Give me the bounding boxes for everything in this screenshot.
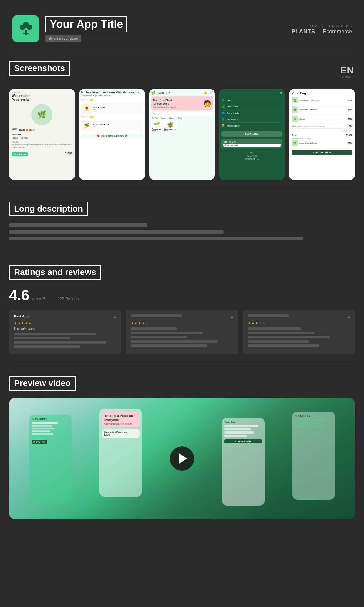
s2-p1-img: 🌻 <box>82 104 91 113</box>
star-2: ★ <box>134 321 137 325</box>
s4-get-dirt-btn[interactable]: Get The Dirt. <box>221 131 282 137</box>
s4-email-input[interactable]: Enter your Email <box>223 144 281 147</box>
review-3-line-0 <box>248 327 301 330</box>
star-4: ★ <box>25 321 28 325</box>
s5-saved-price: $600 <box>348 142 352 144</box>
s2-p1-name: Croton Petra <box>93 106 105 108</box>
review-3-title-placeholder <box>248 314 289 317</box>
s3-p2[interactable]: 🪴 Watermelon... $200 <box>163 120 177 133</box>
s5-saved-img: 🌿 <box>292 140 298 146</box>
s5-item3-price: $260 <box>348 118 352 120</box>
s1-tag: Air Purifier <box>12 91 72 93</box>
s5-item2-img: 🪴 <box>292 106 298 113</box>
s1-overview: Overview <box>12 133 72 135</box>
s3-tab3[interactable]: Outdoor <box>168 117 176 119</box>
app-header: Your App Title Short description TAGS | … <box>9 9 355 52</box>
screenshot-2[interactable]: Invite a Friend and earn Plantify reward… <box>79 89 145 180</box>
svg-point-2 <box>27 25 32 30</box>
s3-tab1[interactable]: Top Pick <box>151 117 159 119</box>
review-3-line-3 <box>248 340 309 343</box>
s1-stat2: 35-45% <box>20 137 29 140</box>
star-1: ★ <box>248 321 251 325</box>
s3-search[interactable]: 🔍 Search <box>151 112 213 116</box>
s1-grant: Grant <box>12 128 72 131</box>
s5-checkout-btn[interactable]: Checkout $1090 <box>292 150 352 155</box>
s4-contact[interactable]: CONTACT US <box>221 158 282 161</box>
review-2-line-0 <box>131 327 177 330</box>
review-3-stars: ★ ★ ★ ★ ★ <box>248 321 350 325</box>
s2-product1: 🌻 Croton Petra $200 <box>81 103 143 114</box>
rating-count: 122 Ratings <box>58 297 79 301</box>
s2-p1-price: $200 <box>93 108 105 110</box>
s5-item2: 🪴 Peperomia Obtusifolia $400 <box>292 106 352 114</box>
review-3-menu-icon[interactable]: ≡ <box>348 314 350 319</box>
screenshot-4[interactable]: ✕ 🛒 Shop 🌿 Plant Care 👥 Community 👤 <box>219 89 285 180</box>
s2-p2-img: 🌿 <box>82 121 91 130</box>
review-3-line-1 <box>248 332 314 334</box>
app-short-description[interactable]: Short description <box>46 35 81 42</box>
desc-line-2 <box>9 230 224 234</box>
description-section: Long description <box>9 202 355 253</box>
screenshot-5[interactable]: Your Bag 🌿 Watermelon Peperomia $350 🪴 P… <box>289 89 355 180</box>
s4-my-account[interactable]: 👤 My Account <box>221 116 282 123</box>
star-3: ★ <box>255 321 258 325</box>
review-1-title: Best App <box>14 314 29 318</box>
s1-price: $1090 <box>65 152 72 155</box>
video-container[interactable]: 🌿 PLANTIFY Get The Dirt. There's a Plant… <box>9 398 355 519</box>
screenshots-section: Screenshots EN + 2 MORE Air Purifier Wat… <box>9 61 355 189</box>
swatch-green <box>19 129 22 131</box>
video-phone-4: 🌿 PLANTIFY <box>292 412 335 500</box>
tags-values: PLANTS | Ecommerce <box>292 29 352 35</box>
s5-item1-name: Watermelon Peperomia <box>299 99 346 101</box>
s5-coupon[interactable]: Apply Coupon <box>292 130 352 132</box>
s1-view-btn[interactable]: View 3 Items <box>12 152 28 156</box>
star-1: ★ <box>14 321 17 325</box>
play-button[interactable] <box>170 446 194 471</box>
s1-footer: View 3 Items $1090 <box>12 151 72 156</box>
s3-p1[interactable]: 🌱 Peperomia $400 <box>151 120 162 133</box>
s3-tab2[interactable]: Indoor <box>160 117 167 119</box>
review-1-menu-icon[interactable]: ≡ <box>114 314 116 319</box>
desc-line-3 <box>9 237 303 240</box>
swatch-gray <box>32 129 35 131</box>
review-1-line-1 <box>14 333 96 335</box>
review-2-menu-icon[interactable]: ≡ <box>231 314 233 319</box>
swatch-brown <box>22 129 25 131</box>
s4-close[interactable]: ✕ <box>221 91 282 95</box>
s4-community[interactable]: 👥 Community <box>221 110 282 116</box>
s4-track-order[interactable]: 📦 Track Order <box>221 123 282 129</box>
tree-icon <box>18 21 34 37</box>
s4-plant-care[interactable]: 🌿 Plant Care <box>221 103 282 110</box>
app-info: Your App Title Short description <box>46 16 127 42</box>
s3-tab4[interactable]: Seeds <box>177 117 183 119</box>
s3-logo: PLANTIFY <box>157 91 170 94</box>
s5-delivery-price: $80 <box>349 125 352 127</box>
ratings-title: Ratings and reviews <box>9 265 101 280</box>
video-title: Preview video <box>9 376 76 391</box>
svg-rect-4 <box>23 33 29 34</box>
s4-faq[interactable]: FAQ <box>221 151 282 154</box>
review-1-line-4 <box>14 345 80 348</box>
review-3-line-4 <box>248 344 319 347</box>
review-1-header: Best App ≡ <box>14 314 116 319</box>
play-icon <box>179 453 187 464</box>
screenshot-3[interactable]: 🌿 PLANTIFY 🔔 🛒 There's a Plantfor everyo… <box>149 89 215 180</box>
s5-saved-name: Large Snake Zalemia <box>299 142 346 144</box>
s3-hero-text: There's a Plantfor everyone Get your 1st… <box>153 99 176 108</box>
screen1: Air Purifier WatermelonPeperomia 🌿 Grant <box>9 89 75 180</box>
s2-product2: 🌿 Bird's Nest Fern $160 <box>81 120 143 131</box>
s2-p2-price: $160 <box>93 125 109 127</box>
screen4: ✕ 🛒 Shop 🌿 Plant Care 👥 Community 👤 <box>219 89 285 180</box>
review-card-3: ≡ ★ ★ ★ ★ ★ <box>243 310 355 354</box>
review-1-line-3 <box>14 341 106 344</box>
s4-about[interactable]: ABOUT US <box>221 154 282 158</box>
screenshot-1[interactable]: Air Purifier WatermelonPeperomia 🌿 Grant <box>9 89 75 180</box>
s1-name: WatermelonPeperomia <box>12 94 72 102</box>
star-5: ★ <box>29 321 32 325</box>
review-2-header: ≡ <box>131 314 233 319</box>
s5-total-value: $1090 <box>346 134 352 137</box>
review-2-line-2 <box>131 336 187 338</box>
divider: | <box>322 23 323 28</box>
s5-saved-item: 🌿 Large Snake Zalemia $600 <box>292 140 352 148</box>
s4-shop[interactable]: 🛒 Shop <box>221 97 282 103</box>
